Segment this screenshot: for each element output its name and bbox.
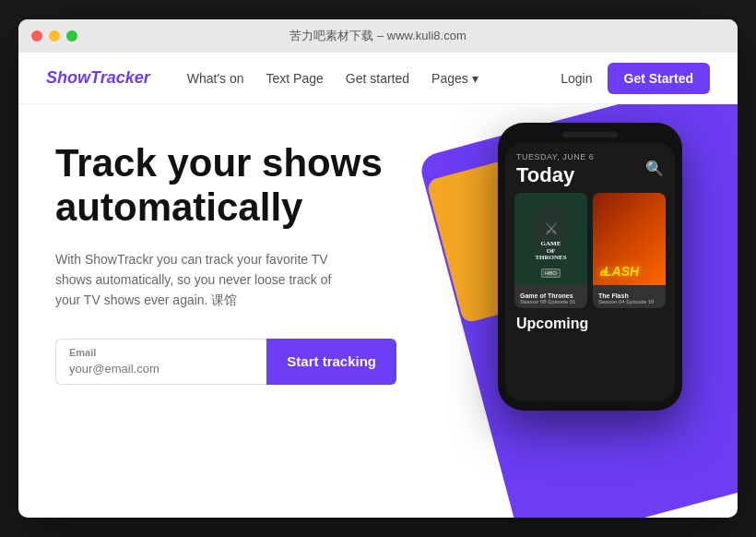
window-title: 苦力吧素材下载 – www.kuli8.com xyxy=(289,28,466,44)
hbo-badge: HBO xyxy=(541,268,561,278)
phone-date: TUESDAY, JUNE 6 xyxy=(516,152,594,161)
navbar: ShowTracker What's on Text Page Get star… xyxy=(18,53,738,104)
flash-logo: 𝓮LASH xyxy=(598,264,660,280)
close-button[interactable] xyxy=(31,30,42,42)
traffic-lights xyxy=(31,30,77,42)
maximize-button[interactable] xyxy=(66,30,77,42)
start-tracking-button[interactable]: Start tracking xyxy=(266,339,396,385)
hero-description: With ShowTrackr you can track your favor… xyxy=(55,249,350,311)
nav-actions: Login Get Started xyxy=(561,63,710,94)
got-show-title: Game of Thrones xyxy=(520,292,582,299)
minimize-button[interactable] xyxy=(49,30,60,42)
phone-date-today: TUESDAY, JUNE 6 Today xyxy=(516,152,594,187)
phone-notch-bar xyxy=(505,132,675,137)
phone-today: Today xyxy=(516,163,594,187)
nav-pages-dropdown[interactable]: Pages ▾ xyxy=(431,71,478,86)
nav-links: What's on Text Page Get started Pages ▾ xyxy=(187,71,561,86)
flash-episode: Season 04 Episode 18 xyxy=(598,299,660,304)
flash-info: The Flash Season 04 Episode 18 xyxy=(593,285,666,308)
flash-poster: 𝓮LASH xyxy=(593,193,666,285)
email-wrapper: Email xyxy=(55,339,266,385)
page-content: ShowTracker What's on Text Page Get star… xyxy=(18,53,738,518)
email-input[interactable] xyxy=(69,362,254,376)
show-card-flash: 𝓮LASH The Flash Season 04 Episode 18 xyxy=(593,193,666,308)
brand-logo[interactable]: ShowTracker xyxy=(46,68,150,88)
got-episode: Season 08 Episode 01 xyxy=(520,299,582,304)
nav-get-started[interactable]: Get started xyxy=(346,71,409,86)
phone-header: TUESDAY, JUNE 6 Today 🔍 xyxy=(505,143,675,193)
phone-outer: TUESDAY, JUNE 6 Today 🔍 ⚔ xyxy=(498,123,682,411)
title-bar: 苦力吧素材下载 – www.kuli8.com xyxy=(18,19,738,53)
hero-left: Track your shows automatically With Show… xyxy=(18,104,406,518)
search-icon[interactable]: 🔍 xyxy=(645,160,664,177)
flash-show-title: The Flash xyxy=(598,292,660,299)
chevron-down-icon: ▾ xyxy=(472,71,478,86)
phone-notch xyxy=(562,132,618,137)
phone-mockup: TUESDAY, JUNE 6 Today 🔍 ⚔ xyxy=(498,123,682,411)
hero-section: Track your shows automatically With Show… xyxy=(18,104,738,518)
nav-text-page[interactable]: Text Page xyxy=(266,71,324,86)
phone-upcoming: Upcoming xyxy=(505,308,675,336)
email-label: Email xyxy=(69,347,254,358)
login-button[interactable]: Login xyxy=(561,71,592,86)
get-started-button[interactable]: Get Started xyxy=(608,63,710,94)
mac-window: 苦力吧素材下载 – www.kuli8.com ShowTracker What… xyxy=(18,19,738,518)
nav-whats-on[interactable]: What's on xyxy=(187,71,244,86)
hero-form: Email Start tracking xyxy=(55,339,396,385)
phone-screen: TUESDAY, JUNE 6 Today 🔍 ⚔ xyxy=(505,143,675,401)
nav-pages-label: Pages xyxy=(431,71,468,86)
got-title-text: GAMEOFTHRONES xyxy=(520,241,582,262)
got-info: Game of Thrones Season 08 Episode 01 xyxy=(514,285,587,308)
got-poster: ⚔ GAMEOFTHRONES HBO xyxy=(514,193,587,285)
hero-title: Track your shows automatically xyxy=(55,141,406,231)
show-card-got: ⚔ GAMEOFTHRONES HBO Game of Thrones Seas… xyxy=(514,193,587,308)
phone-shows: ⚔ GAMEOFTHRONES HBO Game of Thrones Seas… xyxy=(505,193,675,308)
brand-tracker: Tracker xyxy=(90,68,150,87)
brand-show: Show xyxy=(46,68,90,87)
